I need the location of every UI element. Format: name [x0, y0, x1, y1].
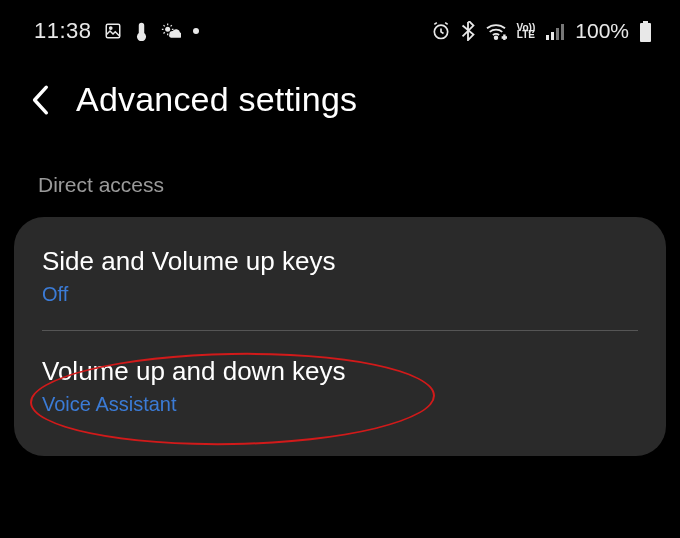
svg-rect-7 [551, 32, 554, 40]
temperature-icon [134, 21, 149, 41]
back-icon[interactable] [28, 84, 54, 116]
weather-icon [161, 22, 181, 40]
svg-text:+: + [502, 33, 506, 40]
header: Advanced settings [0, 54, 680, 149]
divider [42, 330, 638, 331]
battery-percent: 100% [575, 19, 629, 43]
svg-rect-0 [106, 24, 120, 38]
volume-up-down-keys-status: Voice Assistant [42, 393, 638, 416]
side-volume-up-keys-row[interactable]: Side and Volume up keys Off [14, 223, 666, 326]
battery-icon [639, 21, 652, 42]
volte-bottom: LTE [517, 31, 535, 38]
svg-rect-10 [643, 21, 648, 23]
volume-up-down-keys-title: Volume up and down keys [42, 355, 638, 389]
volte-icon: Vo)) LTE [517, 24, 536, 38]
svg-rect-11 [640, 23, 651, 42]
svg-rect-9 [561, 24, 564, 40]
clock: 11:38 [34, 18, 92, 44]
side-volume-up-keys-title: Side and Volume up keys [42, 245, 638, 279]
more-notifications-dot [193, 28, 199, 34]
bluetooth-icon [461, 21, 475, 41]
alarm-icon [431, 21, 451, 41]
wifi-icon: + [485, 22, 507, 40]
svg-point-4 [494, 36, 497, 39]
svg-point-1 [109, 27, 111, 29]
status-left: 11:38 [34, 18, 199, 44]
status-right: + Vo)) LTE 100% [431, 19, 652, 43]
volume-up-down-keys-row[interactable]: Volume up and down keys Voice Assistant [14, 333, 666, 436]
signal-icon [545, 23, 565, 40]
page-title: Advanced settings [76, 80, 357, 119]
status-bar: 11:38 + Vo)) LTE 100% [0, 0, 680, 54]
settings-card: Side and Volume up keys Off Volume up an… [14, 217, 666, 456]
direct-access-section-label: Direct access [0, 149, 680, 211]
side-volume-up-keys-status: Off [42, 283, 638, 306]
svg-point-2 [165, 27, 170, 32]
svg-rect-6 [546, 35, 549, 40]
svg-rect-8 [556, 28, 559, 40]
picture-icon [104, 22, 122, 40]
